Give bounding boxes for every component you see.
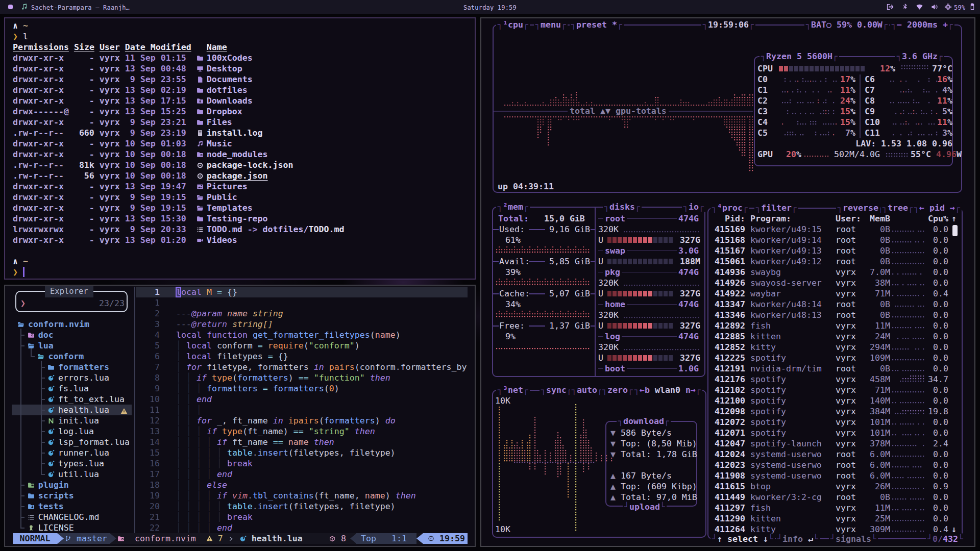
tree-item[interactable]: health.lua: [47, 405, 109, 415]
proc-tree[interactable]: ┐tree┌: [881, 203, 915, 213]
tree-item[interactable]: runner.lua: [47, 447, 109, 458]
code-line[interactable]: local M = {}: [176, 287, 237, 297]
net-interface[interactable]: ┐←b wlan0 n→┌: [633, 385, 702, 395]
code-line[interactable]: │ │ │ │ if ft_name == name then: [176, 437, 334, 447]
code-line[interactable]: │ for filetype, formatters in pairs(conf…: [176, 362, 467, 372]
file-size: -: [64, 182, 94, 191]
net-tab[interactable]: ┐³net┌: [496, 385, 530, 395]
code-line[interactable]: │ │ │ formatters = formatters(0): [176, 383, 339, 394]
tree-item[interactable]: log.lua: [47, 426, 94, 437]
tree-item[interactable]: init.lua: [47, 415, 99, 426]
code-token: .: [248, 491, 253, 500]
proc-mem: 6.0M: [870, 460, 890, 470]
proc-reverse[interactable]: ┐reverse┌: [836, 203, 885, 213]
proc-mem: 0B: [880, 235, 890, 245]
statusline-time[interactable]: 19:59: [423, 533, 468, 544]
code-line[interactable]: │ │ │ │ if vim.tbl_contains(ft_name, nam…: [176, 490, 416, 501]
code-line[interactable]: │ │ │ │ end: [176, 469, 232, 480]
cpu-chip-icon[interactable]: [944, 3, 952, 11]
net-scale-bottom: 10K: [495, 524, 510, 535]
file-date: 13 Sep 00:48: [125, 64, 186, 73]
code-line[interactable]: local function get_formatter_filetypes(n…: [176, 330, 401, 340]
preset-button[interactable]: ┐preset *┌: [570, 19, 624, 30]
tree-item[interactable]: ft_to_ext.lua: [47, 394, 125, 405]
statusline-mode[interactable]: NORMAL: [13, 533, 57, 544]
tree-item[interactable]: plugin: [28, 480, 69, 490]
code-line[interactable]: │ │ │ if type(ft_name) == "string" then: [176, 426, 375, 437]
code-line[interactable]: │ │ │ │ │ break: [176, 512, 253, 522]
file-owner: vyrx: [100, 128, 120, 138]
text-span: ┌: [699, 202, 704, 212]
tree-item[interactable]: errors.lua: [47, 372, 109, 383]
proc-footer-info[interactable]: ┘info ↵└: [776, 534, 820, 544]
net-sync[interactable]: ┐sync┌: [540, 385, 573, 395]
text-span: pid: [924, 203, 950, 213]
file-date: 9 Sep 23:21: [125, 117, 186, 127]
statusline-location[interactable]: Top 1:1: [356, 533, 416, 544]
tree-item[interactable]: LICENSE: [28, 522, 74, 533]
code-line[interactable]: ---@param name string: [176, 308, 283, 319]
proc-footer-signals[interactable]: ┘signals└: [829, 534, 878, 544]
tree-item[interactable]: conform: [37, 351, 84, 362]
logout-icon[interactable]: [886, 3, 894, 11]
io-tab[interactable]: ┐io┌: [682, 202, 705, 212]
wifi-icon[interactable]: [916, 3, 923, 11]
file-owner: vyrx: [100, 224, 120, 234]
code-line[interactable]: │ │ if type(formatters) == "function" th…: [176, 372, 390, 383]
tree-item-label: conform: [48, 352, 84, 361]
tree-item[interactable]: util.lua: [47, 469, 99, 480]
file-row: drwx------@ - vyrx 13 Sep 15:25 Dropbox: [13, 106, 242, 117]
text-span: signals: [836, 534, 871, 544]
mem-tab[interactable]: ┐²mem┌: [496, 202, 530, 212]
text-span: ┐: [602, 385, 607, 395]
tree-item[interactable]: tests: [28, 501, 64, 512]
tree-item[interactable]: scripts: [28, 490, 74, 501]
code-line[interactable]: │ │ │ │ end: [176, 522, 232, 533]
tree-item[interactable]: conform.nvim: [17, 319, 89, 330]
tree-item[interactable]: CHANGELOG.md: [28, 512, 100, 522]
code-line[interactable]: │ │ │ │ │ break: [176, 458, 253, 469]
menu-button[interactable]: ┐menu┌: [534, 19, 568, 30]
update-interval[interactable]: ┐− 2000ms +┌: [890, 19, 954, 30]
text-span: [94, 139, 100, 148]
tree-item[interactable]: formatters: [47, 362, 109, 372]
code-line[interactable]: ---@return string[]: [176, 319, 273, 330]
proc-footer-select[interactable]: ┘↑ select ↓└: [710, 534, 775, 544]
file-type-icon-wrap: [197, 138, 207, 149]
proc-user: vyrx: [836, 481, 856, 492]
net-auto[interactable]: ┐auto┌: [570, 385, 604, 395]
net-zero[interactable]: ┐zero┌: [601, 385, 634, 395]
proc-tab[interactable]: ┐⁴proc┌: [710, 203, 749, 213]
volume-icon[interactable]: [931, 3, 939, 11]
text-span: [94, 64, 100, 73]
code-line[interactable]: │ │ for _, ft_name in ipairs(formatters)…: [176, 415, 396, 426]
code-line[interactable]: │ │ end: [176, 394, 212, 405]
proc-sort[interactable]: ┐← pid →┌: [913, 203, 962, 213]
bar-clock[interactable]: Saturday 19:59: [0, 3, 980, 13]
code-line[interactable]: │ │ │ │ │ table.insert(filetypes, filety…: [176, 501, 396, 512]
tree-item[interactable]: types.lua: [47, 458, 104, 469]
proc-filter[interactable]: ┐filter┌: [754, 203, 798, 213]
tree-item[interactable]: fs.lua: [47, 383, 89, 394]
text-span: [120, 203, 125, 213]
tree-warning-icon: [120, 406, 128, 416]
tree-item[interactable]: lua: [28, 340, 54, 351]
bluetooth-icon[interactable]: [901, 3, 909, 11]
core-label: C0: [757, 74, 768, 85]
code-line[interactable]: │ │ │ │ │ table.insert(filetypes, filety…: [176, 447, 396, 458]
code-line[interactable]: │ │ │ else: [176, 480, 227, 490]
proc-scrollbar[interactable]: [952, 225, 958, 236]
cpu-graph-mode[interactable]: total ▲▼ gpu-totals: [568, 106, 669, 116]
tree-item[interactable]: doc: [28, 330, 54, 340]
code-line[interactable]: │ local conform = require("conform"): [176, 340, 360, 351]
cpu-tab[interactable]: ┐¹cpu┌: [496, 19, 530, 30]
code-token: do: [385, 416, 396, 425]
window-separator[interactable]: [134, 287, 135, 533]
indent-guides: │ │ │: [176, 480, 207, 490]
proc-cpu: 34.7: [928, 374, 948, 385]
code-line[interactable]: │ local filetypes = {}: [176, 351, 288, 362]
code-line[interactable]: │ │ │: [176, 405, 207, 415]
indent-guides: │ │: [176, 416, 197, 425]
tree-item[interactable]: lsp_format.lua: [47, 437, 130, 447]
statusline-git-branch[interactable]: master: [57, 533, 110, 544]
